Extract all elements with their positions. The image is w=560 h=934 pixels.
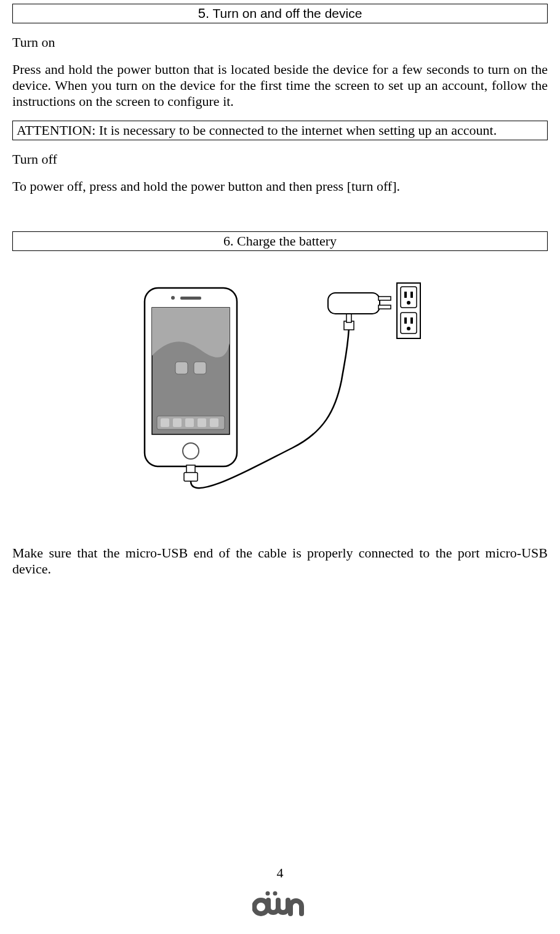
svg-point-29 [273,892,278,896]
svg-rect-8 [198,418,206,427]
svg-point-27 [407,327,410,330]
svg-rect-9 [210,418,218,427]
svg-rect-26 [410,317,413,324]
svg-point-28 [266,892,270,896]
section-6-title: 6. Charge the battery [223,233,337,249]
svg-rect-14 [184,473,198,481]
page-number: 4 [0,865,560,881]
svg-rect-6 [173,418,182,427]
svg-rect-18 [378,305,391,309]
svg-point-30 [254,900,268,914]
section-5-number: 5. [198,6,209,21]
turn-on-body: Press and hold the power button that is … [12,62,548,121]
section-5-title: Turn on and off the device [213,6,362,20]
brand-logo [0,890,560,922]
attention-box: ATTENTION: It is necessary to be connect… [12,121,548,140]
svg-rect-7 [185,418,194,427]
svg-rect-21 [404,292,407,298]
svg-point-23 [407,301,410,305]
section-6-header: 6. Charge the battery [12,231,548,251]
svg-rect-22 [410,292,413,298]
svg-rect-2 [175,362,188,374]
svg-rect-10 [180,297,201,300]
phone-charger-icon [132,282,428,491]
section-5-header: 5. Turn on and off the device [12,4,548,23]
svg-rect-25 [404,317,407,324]
svg-point-11 [171,296,175,300]
section-6-body: Make sure that the micro-USB end of the … [12,534,548,588]
charging-illustration [12,251,548,534]
turn-on-heading: Turn on [12,23,548,62]
svg-rect-5 [161,418,169,427]
svg-rect-3 [194,362,206,374]
own-logo-icon [252,890,308,918]
turn-off-body: To power off, press and hold the power b… [12,178,548,231]
turn-off-heading: Turn off [12,140,548,178]
svg-rect-17 [378,297,391,300]
